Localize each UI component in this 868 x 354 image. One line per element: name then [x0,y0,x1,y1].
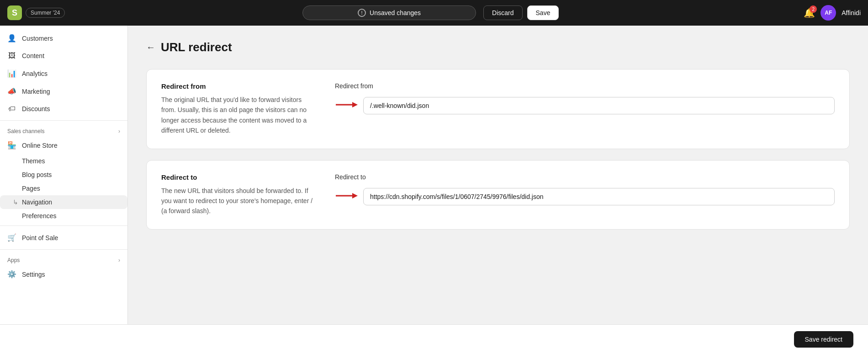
notification-badge: 2 [810,5,817,13]
apps-section[interactable]: Apps › [0,252,127,265]
save-button[interactable]: Save [527,5,559,20]
redirect-from-field-label: Redirect from [335,82,835,90]
sales-channels-chevron: › [118,128,120,134]
redirect-from-label: Redirect from [161,82,317,90]
topbar: S Summer '24 ! Unsaved changes Discard S… [0,0,868,26]
redirect-from-description: Redirect from The original URL that you'… [161,82,317,136]
redirect-from-desc: The original URL that you'd like to forw… [161,95,317,136]
topbar-right: 🔔 2 AF Affinidi [804,5,861,21]
warning-icon: ! [358,9,366,17]
sidebar-sub-preferences[interactable]: Preferences [0,209,127,223]
settings-icon: ⚙️ [7,270,16,279]
sidebar-item-content[interactable]: 🖼 Content [0,47,127,64]
unsaved-changes-pill: ! Unsaved changes [302,5,476,20]
logo-area: S Summer '24 [7,5,65,20]
summer-badge: Summer '24 [26,8,65,18]
sidebar-item-discounts[interactable]: 🏷 Discounts [0,100,127,118]
save-redirect-button[interactable]: Save redirect [794,331,853,348]
sidebar-sub-blog-posts[interactable]: Blog posts [0,168,127,182]
redirect-from-field-wrapper [335,97,835,114]
redirect-to-desc: The new URL that visitors should be forw… [161,186,317,216]
sidebar: 👤 Customers 🖼 Content 📊 Analytics 📣 Mark… [0,26,128,324]
redirect-from-fields: Redirect from [335,82,835,114]
redirect-from-input[interactable] [363,97,835,114]
sidebar-label-analytics: Analytics [22,70,48,77]
username-label: Affinidi [842,9,861,16]
sidebar-sub-navigation[interactable]: Navigation [0,195,127,209]
sidebar-divider-1 [0,120,127,121]
sales-channels-label: Sales channels [7,128,44,134]
sidebar-sub-themes[interactable]: Themes [0,154,127,168]
apps-chevron: › [118,257,120,263]
redirect-from-card: Redirect from The original URL that you'… [146,69,850,149]
sidebar-item-pos[interactable]: 🛒 Point of Sale [0,229,127,247]
page-title: URL redirect [161,40,232,54]
redirect-to-card: Redirect to The new URL that visitors sh… [146,160,850,230]
svg-marker-3 [352,193,358,198]
sidebar-label-pos: Point of Sale [22,234,58,241]
apps-label: Apps [7,257,20,263]
pos-icon: 🛒 [7,233,16,242]
topbar-actions: Discard Save [483,5,559,20]
sidebar-item-settings[interactable]: ⚙️ Settings [0,265,127,283]
marketing-icon: 📣 [7,87,16,96]
redirect-to-fields: Redirect to [335,173,835,205]
sidebar-item-marketing[interactable]: 📣 Marketing [0,82,127,100]
redirect-to-input[interactable] [363,188,835,205]
notifications-button[interactable]: 🔔 2 [804,7,815,18]
customers-icon: 👤 [7,34,16,43]
sidebar-divider-2 [0,225,127,226]
shopify-letter: S [12,8,17,18]
redirect-to-field-label: Redirect to [335,173,835,181]
sidebar-item-analytics[interactable]: 📊 Analytics [0,64,127,82]
main-content: ← URL redirect Redirect from The origina… [128,26,868,324]
analytics-icon: 📊 [7,69,16,78]
sidebar-label-online-store: Online Store [22,142,58,149]
redirect-from-arrow [335,100,358,112]
avatar-button[interactable]: AF [820,5,836,21]
unsaved-label: Unsaved changes [370,9,421,16]
sidebar-label-marketing: Marketing [22,88,50,95]
online-store-icon: 🏪 [7,141,16,150]
sidebar-label-content: Content [22,52,44,59]
page-header: ← URL redirect [146,40,850,54]
svg-marker-1 [352,102,358,107]
shopify-logo: S [7,5,22,20]
back-button[interactable]: ← [146,42,155,53]
content-icon: 🖼 [7,52,16,60]
sidebar-item-online-store[interactable]: 🏪 Online Store [0,136,127,154]
discard-button[interactable]: Discard [483,5,522,20]
sidebar-item-customers[interactable]: 👤 Customers [0,29,127,47]
redirect-to-field-wrapper [335,188,835,205]
sidebar-sub-pages[interactable]: Pages [0,182,127,195]
topbar-center: ! Unsaved changes Discard Save [70,5,791,20]
discounts-icon: 🏷 [7,105,16,113]
sales-channels-section[interactable]: Sales channels › [0,123,127,136]
sidebar-label-customers: Customers [22,35,53,42]
page-footer: Save redirect [0,324,868,354]
redirect-to-arrow [335,191,358,203]
main-layout: 👤 Customers 🖼 Content 📊 Analytics 📣 Mark… [0,26,868,324]
sidebar-divider-3 [0,249,127,250]
redirect-to-description: Redirect to The new URL that visitors sh… [161,173,317,216]
sidebar-label-discounts: Discounts [22,105,50,113]
sidebar-label-settings: Settings [22,271,45,278]
redirect-to-label: Redirect to [161,173,317,181]
